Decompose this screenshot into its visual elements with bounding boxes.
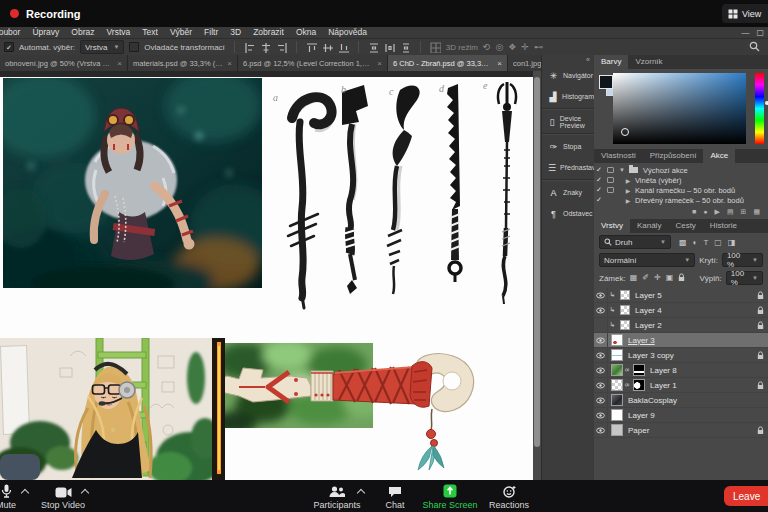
action-dialog-toggle-icon[interactable] — [607, 197, 614, 203]
lock-artboard-icon[interactable]: ▣ — [666, 273, 674, 284]
layer-thumbnail[interactable] — [611, 364, 623, 376]
dock-item-navigator-icon[interactable]: ✳Navigátor — [542, 65, 594, 86]
layer-thumbnail[interactable] — [620, 290, 630, 300]
layer-thumbnail[interactable] — [611, 379, 623, 391]
tab-prizpusobeni[interactable]: Přizpůsobení — [643, 149, 704, 163]
action-expander-icon[interactable]: ▶ — [624, 197, 632, 204]
layer-name[interactable]: Paper — [628, 426, 755, 435]
layer-row[interactable]: Layer 3 — [594, 333, 768, 348]
share-screen-button[interactable]: Share Screen — [416, 484, 484, 510]
eye-visible-icon[interactable] — [594, 423, 608, 437]
layer-row[interactable]: Layer 3 copy — [594, 348, 768, 363]
layer-row[interactable]: ↳Layer 2 — [594, 318, 768, 333]
eye-visible-icon[interactable] — [594, 288, 608, 302]
eye-visible-icon[interactable] — [594, 378, 608, 392]
dock-item-device-preview-icon[interactable]: ▯Device Preview — [542, 111, 594, 132]
view-button[interactable]: View — [722, 4, 768, 23]
slide-3d-icon[interactable]: ✛ — [521, 42, 529, 52]
delete-icon[interactable]: ▦ — [753, 208, 760, 216]
action-dialog-toggle-icon[interactable] — [607, 187, 614, 193]
action-row[interactable]: ✓▶Kanál rámečku – 50 obr. bodů — [594, 185, 768, 195]
roll-3d-icon[interactable]: ◎ — [495, 42, 503, 52]
layer-thumbnail[interactable] — [611, 334, 623, 346]
auto-select-target-dropdown[interactable]: Vrstva▼ — [80, 40, 124, 54]
menu-text[interactable]: Text — [136, 27, 164, 38]
hue-slider[interactable] — [755, 73, 764, 144]
stop-video-button[interactable]: Stop Video — [28, 484, 98, 510]
layer-thumbnail[interactable] — [611, 394, 623, 406]
menu-filtr[interactable]: Filtr — [198, 27, 224, 38]
action-row[interactable]: ✓▶Dřevěný rámeček – 50 obr. bodů — [594, 195, 768, 205]
eye-visible-icon[interactable] — [594, 408, 608, 422]
scrollbar-thumb[interactable] — [534, 77, 540, 447]
action-row[interactable]: ✓▼Výchozí akce — [594, 165, 768, 175]
lock-transparency-icon[interactable]: ▦ — [630, 273, 638, 284]
minimize-icon[interactable]: — — [741, 27, 749, 38]
menu-soubor[interactable]: Soubor — [0, 27, 26, 38]
dock-collapse-icon[interactable]: « — [586, 56, 590, 63]
dock-item-brush-icon[interactable]: ✑Stopa — [542, 136, 594, 157]
close-tab-icon[interactable]: × — [227, 59, 232, 68]
layer-row[interactable]: 8Layer 8 — [594, 363, 768, 378]
menu-obraz[interactable]: Obraz — [65, 27, 100, 38]
opacity-field[interactable]: 100 %▼ — [722, 253, 763, 267]
type-filter-icon[interactable]: T — [703, 238, 708, 247]
search-icon[interactable] — [749, 41, 760, 52]
shape-filter-icon[interactable]: ▢ — [714, 238, 722, 247]
action-dialog-toggle-icon[interactable] — [607, 177, 614, 183]
document-tab[interactable]: con1.jpg @ 33,3% (RGB/8…× — [508, 55, 541, 71]
layer-row[interactable]: Paper — [594, 423, 768, 438]
window-controls[interactable]: — ▢ — [741, 27, 764, 38]
saturation-brightness-field[interactable] — [613, 73, 746, 144]
reactions-button[interactable]: Reactions — [479, 484, 539, 510]
align-center-h-icon[interactable] — [260, 42, 271, 53]
dock-item-histogram-icon[interactable]: ▟Histogram — [542, 86, 594, 107]
lock-all-icon[interactable] — [678, 273, 685, 284]
action-expander-icon[interactable]: ▶ — [624, 177, 632, 184]
layer-mask-thumbnail[interactable] — [633, 379, 645, 391]
play-icon[interactable]: ▶ — [714, 208, 719, 216]
eye-visible-icon[interactable] — [594, 363, 608, 377]
new-action-icon[interactable]: ⊞ — [741, 208, 747, 216]
align-top-icon[interactable] — [306, 42, 317, 53]
layer-name[interactable]: Layer 5 — [635, 291, 755, 300]
eye-visible-icon[interactable] — [594, 348, 608, 362]
distribute-top-icon[interactable] — [368, 42, 379, 53]
layer-name[interactable]: Layer 1 — [650, 381, 755, 390]
foreground-color-swatch[interactable] — [599, 75, 613, 89]
menu-n-pov-da[interactable]: Nápověda — [322, 27, 373, 38]
layer-row[interactable]: ↳Layer 5 — [594, 288, 768, 303]
participants-button[interactable]: Participants — [305, 484, 369, 510]
dock-item-presets-icon[interactable]: ☰Přednastaven… — [542, 157, 594, 178]
action-row[interactable]: ✓▶Viněta (výběr) — [594, 175, 768, 185]
record-icon[interactable]: ● — [703, 208, 707, 216]
layer-name[interactable]: Layer 3 copy — [628, 351, 755, 360]
layer-thumbnail[interactable] — [611, 424, 623, 436]
tab-vlastnosti[interactable]: Vlastnosti — [594, 149, 643, 163]
action-enabled-check-icon[interactable]: ✓ — [594, 186, 604, 194]
layer-name[interactable]: Layer 4 — [635, 306, 755, 315]
layer-thumbnail[interactable] — [611, 349, 623, 361]
action-enabled-check-icon[interactable]: ✓ — [594, 176, 604, 184]
layer-name[interactable]: Layer 9 — [628, 411, 764, 420]
smart-object-filter-icon[interactable]: ◨ — [728, 238, 736, 247]
document-tab[interactable]: 6 ChD - Zbraň.psd @ 33,3% (Layer 3,RGB/8… — [388, 55, 508, 71]
stop-icon[interactable]: ■ — [692, 208, 696, 216]
layer-row[interactable]: 8Layer 1 — [594, 378, 768, 393]
layer-name[interactable]: Layer 3 — [628, 336, 764, 345]
blend-mode-dropdown[interactable]: Normální▼ — [599, 253, 695, 267]
menu--pravy[interactable]: Úpravy — [26, 27, 65, 38]
layer-name[interactable]: BaklaCosplay — [628, 396, 764, 405]
orbit-3d-icon[interactable]: ⟲ — [483, 42, 491, 52]
actions-buttons-row[interactable]: ■●▶▤⊞▦ — [594, 205, 768, 216]
adjustment-filter-icon[interactable]: ◐ — [693, 238, 698, 247]
layer-row[interactable]: BaklaCosplay — [594, 393, 768, 408]
tab-vrstvy[interactable]: Vrstvy — [594, 219, 630, 233]
align-bottom-icon[interactable] — [338, 42, 349, 53]
layer-thumbnail[interactable] — [611, 409, 623, 421]
layer-name[interactable]: Layer 8 — [650, 366, 764, 375]
dock-item-character-icon[interactable]: AZnaky — [542, 182, 594, 203]
lock-position-icon[interactable]: ✛ — [654, 273, 661, 284]
tab-vzornik[interactable]: Vzorník — [628, 55, 669, 69]
pan-3d-icon[interactable]: ❖ — [508, 42, 516, 52]
